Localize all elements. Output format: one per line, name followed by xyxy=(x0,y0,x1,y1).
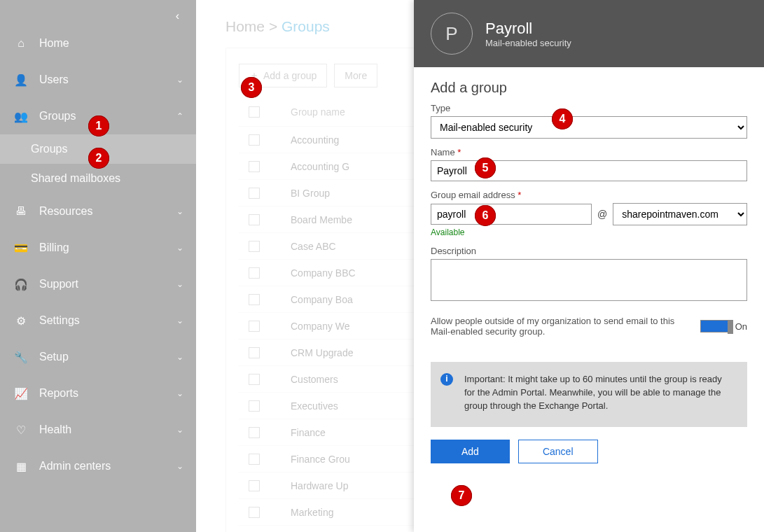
row-checkbox[interactable] xyxy=(249,161,260,172)
group-avatar: P xyxy=(431,13,473,55)
row-group-name: Company BBC xyxy=(270,267,356,279)
column-group-name[interactable]: Group name xyxy=(270,106,345,118)
sidebar-item-setup[interactable]: 🔧Setup⌄ xyxy=(0,339,196,375)
type-label: Type xyxy=(431,103,747,113)
chevron-down-icon: ⌄ xyxy=(176,461,183,471)
row-group-name: Accounting G xyxy=(270,161,349,172)
allow-external-toggle[interactable]: On xyxy=(700,320,747,332)
chevron-down-icon: ⌄ xyxy=(176,243,183,253)
chevron-up-icon: ⌃ xyxy=(176,111,183,121)
sidebar-item-reports[interactable]: 📈Reports⌄ xyxy=(0,375,196,412)
allow-external-label: Allow people outside of my organization … xyxy=(431,316,689,337)
breadcrumb-current: Groups xyxy=(282,18,330,34)
row-group-name: Marketing xyxy=(270,507,333,518)
user-icon: 👤 xyxy=(13,74,29,87)
row-group-name: Board Membe xyxy=(270,214,352,225)
row-checkbox[interactable] xyxy=(249,267,260,279)
row-group-name: Company We xyxy=(270,321,350,332)
row-group-name: Finance xyxy=(270,427,326,438)
sidebar-item-home[interactable]: ⌂Home xyxy=(0,25,196,62)
toggle-state: On xyxy=(735,321,747,332)
annotation-badge-6: 6 xyxy=(475,205,496,226)
sidebar-item-billing[interactable]: 💳Billing⌄ xyxy=(0,230,196,266)
row-checkbox[interactable] xyxy=(249,214,260,225)
row-group-name: Customers xyxy=(270,374,338,385)
annotation-badge-4: 4 xyxy=(552,108,573,130)
row-checkbox[interactable] xyxy=(249,507,260,518)
email-domain-select[interactable]: sharepointmaven.com xyxy=(613,203,747,225)
breadcrumb-home[interactable]: Home xyxy=(225,18,265,34)
annotation-badge-3: 3 xyxy=(241,77,262,98)
add-group-label: Add a group xyxy=(263,70,317,81)
sidebar-item-label: Shared mailboxes xyxy=(31,172,183,185)
email-label: Group email address xyxy=(431,190,747,200)
sidebar-item-users[interactable]: 👤Users⌄ xyxy=(0,62,196,98)
row-checkbox[interactable] xyxy=(249,374,260,385)
chevron-down-icon: ⌄ xyxy=(176,316,183,326)
panel-header-subtitle: Mail-enabled security xyxy=(485,38,571,48)
sidebar-item-admin-centers[interactable]: ▦Admin centers⌄ xyxy=(0,448,196,484)
row-checkbox[interactable] xyxy=(249,347,260,358)
sidebar-item-label: Setup xyxy=(39,351,176,363)
sidebar-item-label: Support xyxy=(39,278,176,290)
annotation-badge-1: 1 xyxy=(88,115,109,136)
sidebar: ‹ ⌂Home👤Users⌄👥Groups⌃GroupsShared mailb… xyxy=(0,0,196,532)
panel-header-title: Payroll xyxy=(485,20,571,38)
groups-icon: 👥 xyxy=(13,110,29,123)
settings-icon: ⚙ xyxy=(13,314,29,328)
cancel-button[interactable]: Cancel xyxy=(518,440,598,463)
description-input[interactable] xyxy=(431,259,747,301)
setup-icon: 🔧 xyxy=(13,351,29,364)
row-checkbox[interactable] xyxy=(249,321,260,332)
annotation-badge-5: 5 xyxy=(475,158,496,178)
email-at: @ xyxy=(597,209,607,220)
billing-icon: 💳 xyxy=(13,241,29,255)
collapse-nav-button[interactable]: ‹ xyxy=(0,0,196,25)
row-checkbox[interactable] xyxy=(249,188,260,199)
health-icon: ♡ xyxy=(13,424,29,437)
sidebar-item-support[interactable]: 🎧Support⌄ xyxy=(0,266,196,302)
sidebar-item-label: Settings xyxy=(39,314,176,327)
chevron-down-icon: ⌄ xyxy=(176,279,183,289)
chevron-left-icon: ‹ xyxy=(176,10,179,22)
row-group-name: Accounting xyxy=(270,134,339,146)
panel-title: Add a group xyxy=(431,80,747,96)
name-label: Name xyxy=(431,147,747,158)
sidebar-item-health[interactable]: ♡Health⌄ xyxy=(0,412,196,448)
type-select[interactable]: Mail-enabled security xyxy=(431,116,747,139)
reports-icon: 📈 xyxy=(13,387,29,400)
info-message: i Important: It might take up to 60 minu… xyxy=(431,362,747,427)
row-checkbox[interactable] xyxy=(249,480,260,491)
row-group-name: Finance Grou xyxy=(270,454,350,465)
row-checkbox[interactable] xyxy=(249,454,260,465)
email-availability: Available xyxy=(431,227,747,237)
info-icon: i xyxy=(440,373,453,386)
chevron-down-icon: ⌄ xyxy=(176,75,183,85)
sidebar-item-settings[interactable]: ⚙Settings⌄ xyxy=(0,302,196,339)
sidebar-item-label: Admin centers xyxy=(39,460,176,472)
email-local-input[interactable] xyxy=(431,204,592,225)
sidebar-item-resources[interactable]: 🖶Resources⌄ xyxy=(0,193,196,230)
add-button[interactable]: Add xyxy=(431,440,510,463)
row-checkbox[interactable] xyxy=(249,427,260,438)
row-group-name: Case ABC xyxy=(270,241,336,252)
panel-header: P Payroll Mail-enabled security xyxy=(414,0,764,67)
admin-icon: ▦ xyxy=(13,460,29,473)
more-button[interactable]: More xyxy=(334,64,377,88)
sidebar-item-label: Reports xyxy=(39,387,176,400)
row-checkbox[interactable] xyxy=(249,294,260,305)
row-checkbox[interactable] xyxy=(249,134,260,146)
row-checkbox[interactable] xyxy=(249,241,260,252)
row-group-name: Company Boa xyxy=(270,294,353,305)
chevron-down-icon: ⌄ xyxy=(176,388,183,398)
row-group-name: Executives xyxy=(270,400,338,412)
chevron-down-icon: ⌄ xyxy=(176,352,183,362)
select-all-checkbox[interactable] xyxy=(249,106,260,118)
row-checkbox[interactable] xyxy=(249,400,260,412)
chevron-down-icon: ⌄ xyxy=(176,425,183,435)
annotation-badge-7: 7 xyxy=(451,485,472,506)
sidebar-item-label: Home xyxy=(39,37,183,50)
home-icon: ⌂ xyxy=(13,37,29,50)
sidebar-item-label: Users xyxy=(39,74,176,86)
row-group-name: BI Group xyxy=(270,188,330,199)
